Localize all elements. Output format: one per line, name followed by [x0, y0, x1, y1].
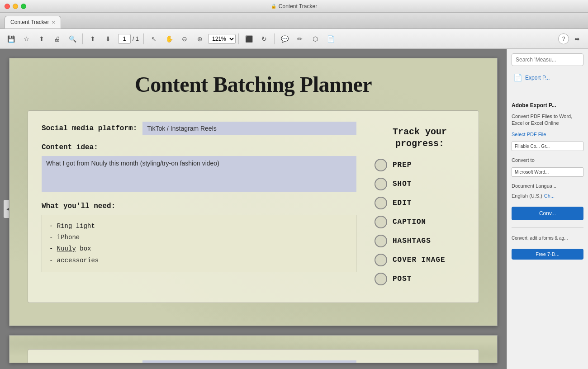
- shot-label: SHOT: [393, 180, 412, 188]
- separator-2: [143, 33, 144, 44]
- platform-row-2: Social media platform:: [42, 360, 356, 363]
- form-left: Social media platform: Content idea: Wha…: [42, 122, 356, 292]
- content-idea-textarea[interactable]: What I got from Nuuly this month (stylin…: [42, 156, 356, 192]
- form-right: Track yourprogress: PREP SHOT EDIT: [375, 122, 465, 292]
- progress-prep: PREP: [375, 159, 465, 171]
- needs-item-1: - Ring light: [49, 221, 349, 232]
- needs-label: What you'll need:: [42, 202, 356, 210]
- progress-shot: SHOT: [375, 178, 465, 190]
- divider-1: [512, 92, 583, 92]
- tab-close-icon[interactable]: ✕: [52, 20, 55, 25]
- form-card-1: Social media platform: Content idea: Wha…: [28, 110, 479, 303]
- file-name-box[interactable]: Fillable Co... Gr...: [512, 142, 583, 151]
- fit-page-button[interactable]: ⬛: [242, 32, 256, 46]
- form-right-2: Track yourprogress:: [375, 360, 465, 363]
- idea-label: Content idea:: [42, 143, 356, 151]
- form-card-2: Social media platform: Content idea: Tra…: [28, 349, 479, 363]
- hand-tool-button[interactable]: ✋: [162, 32, 176, 46]
- zoom-in-button[interactable]: ⊕: [193, 32, 207, 46]
- hashtags-label: HASHTAGS: [393, 237, 431, 245]
- post-circle[interactable]: [375, 273, 387, 285]
- platform-label: Social media platform:: [42, 124, 137, 132]
- form-left-2: Social media platform: Content idea:: [42, 360, 356, 363]
- pencil-button[interactable]: ✏: [293, 32, 307, 46]
- progress-hashtags: HASHTAGS: [375, 235, 465, 247]
- adobe-section-desc: Convert PDF Files to Word, Excel or Exce…: [512, 113, 583, 127]
- highlight-button[interactable]: ⬡: [308, 32, 322, 46]
- print-button[interactable]: 🖨: [50, 32, 64, 46]
- needs-item-3: - Nuuly box: [49, 243, 349, 255]
- next-page-button[interactable]: ⬇: [101, 32, 115, 46]
- adobe-section-title: Adobe Export P...: [512, 102, 583, 109]
- minimize-button[interactable]: [13, 4, 18, 9]
- zoom-out-small-button[interactable]: 🔍: [65, 32, 80, 46]
- needs-item-2: - iPhone: [49, 232, 349, 243]
- platform-input-2[interactable]: [142, 360, 356, 363]
- hashtags-circle[interactable]: [375, 235, 387, 247]
- caption-circle[interactable]: [375, 216, 387, 228]
- form-content-2: Social media platform: Content idea: Tra…: [42, 360, 465, 363]
- convert-to-label: Convert to: [512, 157, 583, 163]
- prep-label: PREP: [393, 161, 412, 169]
- export-pdf-row[interactable]: 📄 Export P...: [512, 71, 583, 85]
- doc-lang-change-link[interactable]: Ch...: [544, 193, 555, 199]
- save-button[interactable]: 💾: [4, 32, 18, 46]
- more-tools-button[interactable]: ⬌: [570, 32, 584, 46]
- separator-1: [82, 33, 83, 44]
- comment-button[interactable]: 💬: [277, 32, 292, 46]
- form-content: Social media platform: Content idea: Wha…: [42, 122, 465, 292]
- pdf-page-1: Content Batching Planner Social media pl…: [9, 58, 498, 326]
- toolbar: 💾 ☆ ⬆ 🖨 🔍 ⬆ ⬇ 1 / 1 ↖ ✋ ⊖ ⊕ 121% ⬛ ↻ 💬 ✏…: [0, 29, 588, 49]
- page-number-input[interactable]: 1: [118, 34, 131, 44]
- cover-image-circle[interactable]: [375, 254, 387, 266]
- progress-cover-image: COVER IMAGE: [375, 254, 465, 266]
- page-title: Content Batching Planner: [28, 72, 479, 97]
- doc-lang-value: English (U.S.): [512, 193, 542, 199]
- title-bar: 🔒 Content Tracker: [0, 0, 588, 13]
- prep-circle[interactable]: [375, 159, 387, 171]
- window-controls[interactable]: [5, 4, 26, 9]
- main-area: ◀ Content Batching Planner Social media …: [0, 49, 588, 369]
- pdf-viewer[interactable]: ◀ Content Batching Planner Social media …: [0, 49, 507, 369]
- convert-option-box[interactable]: Microsoft Word...: [512, 167, 583, 177]
- page-navigator: 1 / 1: [118, 34, 139, 44]
- separator-3: [238, 33, 239, 44]
- doc-lang-row: English (U.S.) Ch...: [512, 193, 583, 199]
- platform-input[interactable]: [142, 122, 356, 135]
- tab-label: Content Tracker: [10, 19, 49, 25]
- doc-lang-label: Document Langua...: [512, 183, 583, 189]
- promo-text: Convert, adit a forms & ag...: [512, 235, 583, 241]
- edit-circle[interactable]: [375, 197, 387, 209]
- progress-caption: CAPTION: [375, 216, 465, 228]
- close-button[interactable]: [5, 4, 10, 9]
- separator-4: [274, 33, 275, 44]
- bookmark-button[interactable]: ☆: [19, 32, 33, 46]
- export-icon: 📄: [513, 73, 522, 82]
- convert-button[interactable]: Conv...: [512, 207, 583, 220]
- content-tracker-tab[interactable]: Content Tracker ✕: [5, 16, 61, 28]
- cover-image-label: COVER IMAGE: [393, 256, 446, 264]
- select-pdf-link[interactable]: Select PDF File: [512, 132, 583, 137]
- maximize-button[interactable]: [21, 4, 26, 9]
- export-label: Export P...: [525, 75, 550, 81]
- edit-label: EDIT: [393, 199, 412, 207]
- page-separator: /: [133, 36, 134, 42]
- platform-row: Social media platform:: [42, 122, 356, 135]
- zoom-selector[interactable]: 121%: [208, 34, 236, 44]
- search-input[interactable]: [512, 53, 583, 66]
- post-label: POST: [393, 275, 412, 283]
- cursor-tool-button[interactable]: ↖: [147, 32, 161, 46]
- shot-circle[interactable]: [375, 178, 387, 190]
- share-button[interactable]: ⬆: [34, 32, 49, 46]
- help-button[interactable]: ?: [558, 33, 569, 44]
- needs-item-4: - accessories: [49, 255, 349, 266]
- right-panel: 📄 Export P... Adobe Export P... Convert …: [507, 49, 588, 369]
- rotate-button[interactable]: ↻: [257, 32, 271, 46]
- prev-page-button[interactable]: ⬆: [85, 32, 100, 46]
- needs-box: - Ring light - iPhone - Nuuly box - acce…: [42, 215, 356, 272]
- zoom-out-button[interactable]: ⊖: [177, 32, 192, 46]
- free-trial-button[interactable]: Free 7-D...: [512, 249, 583, 260]
- lock-icon: 🔒: [271, 4, 276, 9]
- stamp-button[interactable]: 📄: [323, 32, 338, 46]
- progress-post: POST: [375, 273, 465, 285]
